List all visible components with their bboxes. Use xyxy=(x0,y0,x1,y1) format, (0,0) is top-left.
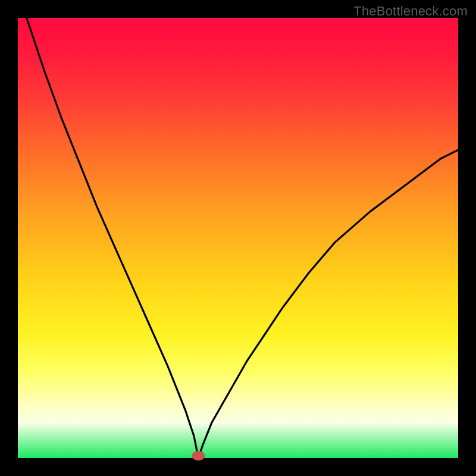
plot-area xyxy=(18,18,458,458)
plot-svg xyxy=(18,18,458,458)
bottleneck-curve xyxy=(27,18,458,458)
chart-frame: TheBottleneck.com xyxy=(0,0,476,476)
optimum-marker xyxy=(192,451,205,461)
watermark-text: TheBottleneck.com xyxy=(353,4,468,19)
